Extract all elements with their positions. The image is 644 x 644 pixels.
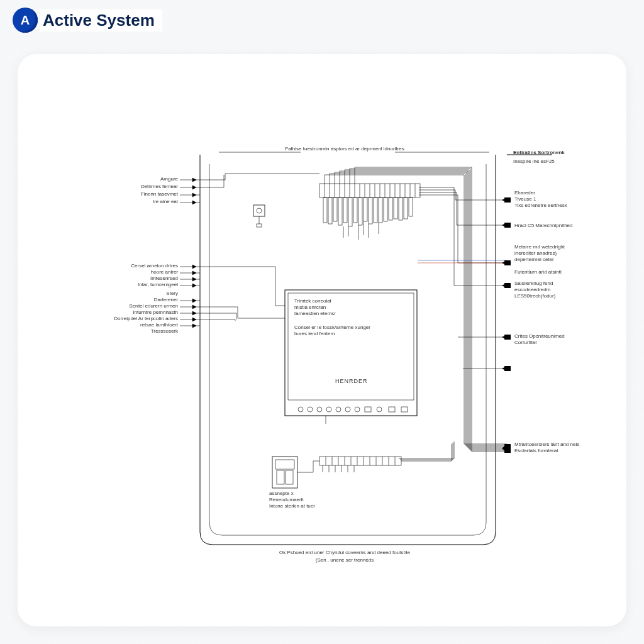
diagram-top-title: Fathise tuestronmin aspiors ed ar deprme… bbox=[225, 146, 464, 152]
svg-rect-25 bbox=[333, 197, 337, 221]
svg-marker-76 bbox=[192, 271, 196, 275]
left-label-10: Darterener bbox=[93, 297, 178, 303]
svg-rect-33 bbox=[374, 197, 377, 223]
svg-point-97 bbox=[336, 407, 341, 412]
right-label-6b: Corrurtiter bbox=[514, 340, 537, 345]
svg-marker-68 bbox=[192, 186, 196, 189]
right-label-5b: escodneedredm bbox=[514, 287, 550, 292]
logo-icon: A bbox=[13, 8, 38, 33]
device-name: HENRDER bbox=[335, 378, 368, 384]
svg-rect-103 bbox=[401, 407, 408, 412]
svg-point-93 bbox=[298, 407, 303, 412]
left-label-5: Cersel arneion drtres bbox=[93, 263, 178, 269]
svg-rect-29 bbox=[353, 197, 357, 223]
left-label-8: Intar, tumcerngeel bbox=[93, 282, 178, 287]
logo-letter: A bbox=[21, 13, 30, 28]
svg-rect-28 bbox=[348, 197, 352, 226]
left-label-9: Stery bbox=[93, 291, 178, 296]
svg-rect-26 bbox=[338, 197, 342, 225]
center-c4: Consel er Ie fossk/arrterne xunger bbox=[294, 325, 370, 330]
left-label-4: Ire alne eat bbox=[99, 199, 178, 204]
svg-marker-90 bbox=[192, 324, 196, 328]
svg-rect-105 bbox=[272, 457, 297, 488]
svg-rect-31 bbox=[364, 197, 367, 221]
svg-marker-86 bbox=[192, 311, 196, 315]
svg-rect-47 bbox=[253, 205, 265, 216]
center-c2: mistla enrcran bbox=[294, 304, 326, 310]
center-c1: Trimtek coneolat bbox=[294, 298, 331, 304]
svg-rect-30 bbox=[358, 197, 362, 225]
svg-marker-72 bbox=[192, 201, 196, 204]
right-label-5a: Salslierknug fend bbox=[514, 280, 553, 286]
right-label-7b: Esclartats formterat bbox=[514, 448, 558, 453]
svg-point-96 bbox=[326, 407, 331, 412]
right-label-3b: inerediter anadres) bbox=[514, 250, 557, 256]
svg-rect-27 bbox=[343, 197, 347, 223]
svg-rect-106 bbox=[275, 460, 294, 469]
svg-rect-34 bbox=[379, 197, 382, 223]
right-label-2: Hracl C5 Marechnipnlthed bbox=[514, 223, 573, 228]
left-label-14: retsne lamthtoert bbox=[93, 322, 178, 328]
center-c5: bores lend fentern bbox=[294, 331, 335, 336]
svg-marker-66 bbox=[192, 178, 196, 182]
right-label-3a: Melarre rnd wetedright bbox=[514, 244, 565, 250]
svg-rect-23 bbox=[323, 197, 327, 223]
app-header: A Active System bbox=[13, 8, 162, 33]
left-label-12: Inturntre pemnnasth bbox=[93, 309, 178, 315]
left-label-2: Detrimes femear bbox=[99, 184, 178, 189]
svg-rect-39 bbox=[404, 197, 408, 219]
svg-point-94 bbox=[308, 407, 313, 412]
left-label-3: Finenn tasevmet bbox=[99, 191, 178, 197]
right-label-1a: Ehareder bbox=[514, 190, 535, 196]
left-label-11: Serdel edurern urmen bbox=[93, 303, 178, 309]
footer-1: Ok Pshoed erd uner Chyndul coveerns and … bbox=[225, 550, 464, 556]
left-label-13: Dorreipdel Ar terpcotin aders bbox=[82, 316, 178, 321]
svg-rect-100 bbox=[365, 407, 371, 412]
svg-marker-78 bbox=[192, 277, 196, 281]
right-title: Entiratins Sortronenk bbox=[513, 150, 565, 155]
wiring-diagram: Fathise tuestronmin aspiors ed ar deprme… bbox=[112, 130, 552, 582]
bottom-b1: assnepte x bbox=[269, 491, 294, 496]
right-label-3c: depertermel ceter bbox=[514, 257, 554, 262]
schematic-svg bbox=[112, 130, 552, 582]
svg-marker-74 bbox=[192, 265, 196, 269]
svg-marker-88 bbox=[192, 318, 196, 321]
left-label-7: Imtesenrsed bbox=[93, 275, 178, 281]
svg-marker-80 bbox=[192, 284, 196, 287]
left-label-1: Amgure bbox=[99, 176, 178, 182]
svg-point-98 bbox=[345, 407, 350, 412]
svg-point-101 bbox=[377, 407, 382, 412]
svg-rect-50 bbox=[257, 224, 262, 227]
bottom-b2: Reneodumaerlt bbox=[269, 497, 304, 502]
svg-rect-38 bbox=[399, 197, 402, 220]
svg-rect-24 bbox=[328, 197, 332, 224]
left-label-6: hoore anlrer bbox=[93, 269, 178, 275]
right-label-4: Futentlurn arid atsintl bbox=[514, 269, 562, 275]
left-label-15: Tresssoserk bbox=[93, 328, 178, 334]
svg-marker-84 bbox=[192, 305, 196, 309]
svg-rect-32 bbox=[369, 197, 372, 224]
svg-point-95 bbox=[317, 407, 322, 412]
svg-rect-35 bbox=[384, 197, 387, 221]
svg-rect-109 bbox=[319, 457, 401, 465]
right-label-5c: LES50trech(fodur) bbox=[514, 293, 555, 299]
right-label-1b: Tiveuse 1 bbox=[514, 196, 536, 202]
right-label-1c: Tixs edrenetre eertnesk bbox=[514, 203, 567, 208]
svg-marker-82 bbox=[192, 299, 196, 303]
main-panel: Fathise tuestronmin aspiors ed ar deprme… bbox=[18, 54, 626, 626]
svg-marker-70 bbox=[192, 193, 196, 197]
svg-rect-36 bbox=[389, 197, 392, 220]
svg-rect-107 bbox=[277, 470, 284, 484]
svg-point-99 bbox=[355, 407, 360, 412]
right-sub: Inespire ine esF25 bbox=[513, 158, 555, 164]
footer-2: (Sen , unene ser trenneds bbox=[225, 557, 464, 564]
svg-point-48 bbox=[257, 208, 262, 213]
right-label-6a: Crites Opcnitreunimed bbox=[514, 333, 565, 339]
app-title: Active System bbox=[40, 9, 162, 31]
svg-rect-102 bbox=[389, 407, 395, 412]
svg-rect-37 bbox=[394, 197, 397, 219]
svg-rect-108 bbox=[286, 470, 293, 484]
center-c3: tameastien etemsr bbox=[294, 311, 336, 316]
bottom-b3: Intone sterkin at tuer bbox=[269, 503, 315, 509]
right-label-7a: Mtrantoeerslers lant and neis bbox=[514, 441, 579, 447]
